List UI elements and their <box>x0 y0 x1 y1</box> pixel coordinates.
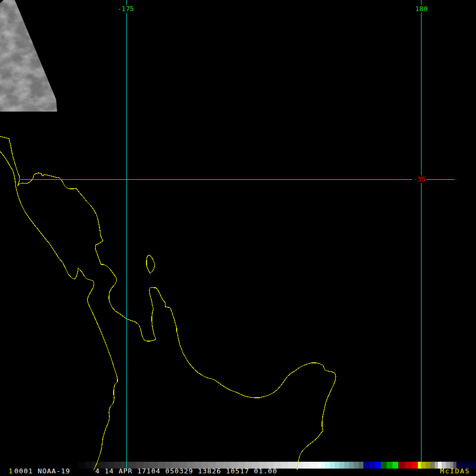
colorbar-segment <box>303 462 310 469</box>
colorbar-segment <box>398 462 405 469</box>
colorbar-segment <box>281 462 288 469</box>
enhancement-colorbar <box>0 0 476 476</box>
colorbar-segment <box>375 462 381 469</box>
image-datetime-text: 4 14 APR 17104 050329 13826 10517 01.00 <box>95 468 277 475</box>
colorbar-segment <box>310 462 317 469</box>
colorbar-segment <box>317 462 321 469</box>
colorbar-segment <box>344 462 349 469</box>
longitude-label-left: -175 <box>116 5 135 13</box>
colorbar-segment <box>363 462 369 469</box>
colorbar-segment <box>405 462 412 469</box>
colorbar-segment <box>325 462 330 469</box>
colorbar-segment <box>335 462 340 469</box>
colorbar-segment <box>422 462 426 469</box>
colorbar-segment <box>354 462 359 469</box>
dataset-id-text: 0001 NOAA-19 <box>14 468 70 475</box>
colorbar-segment <box>426 462 430 469</box>
colorbar-segment <box>412 462 418 469</box>
colorbar-segment <box>85 462 93 469</box>
longitude-label-right: 180 <box>414 5 428 13</box>
colorbar-segment <box>340 462 344 469</box>
mcidas-brand: McIDAS <box>440 468 470 475</box>
colorbar-segment <box>387 462 392 469</box>
colorbar-segment <box>418 462 422 469</box>
colorbar-segment <box>359 462 363 469</box>
colorbar-segment <box>392 462 398 469</box>
colorbar-segment <box>330 462 335 469</box>
colorbar-segment <box>296 462 303 469</box>
frame-number: 1 <box>8 468 13 475</box>
colorbar-segment <box>78 462 85 469</box>
latitude-label: -35 <box>412 175 426 183</box>
mcidas-satellite-display: -175 180 -35 1 0001 NOAA-19 4 14 APR 171… <box>0 0 476 476</box>
colorbar-segment <box>349 462 354 469</box>
colorbar-segment <box>381 462 387 469</box>
colorbar-segment <box>369 462 375 469</box>
colorbar-segment <box>288 462 296 469</box>
colorbar-segment <box>321 462 325 469</box>
colorbar-segment <box>430 462 435 469</box>
